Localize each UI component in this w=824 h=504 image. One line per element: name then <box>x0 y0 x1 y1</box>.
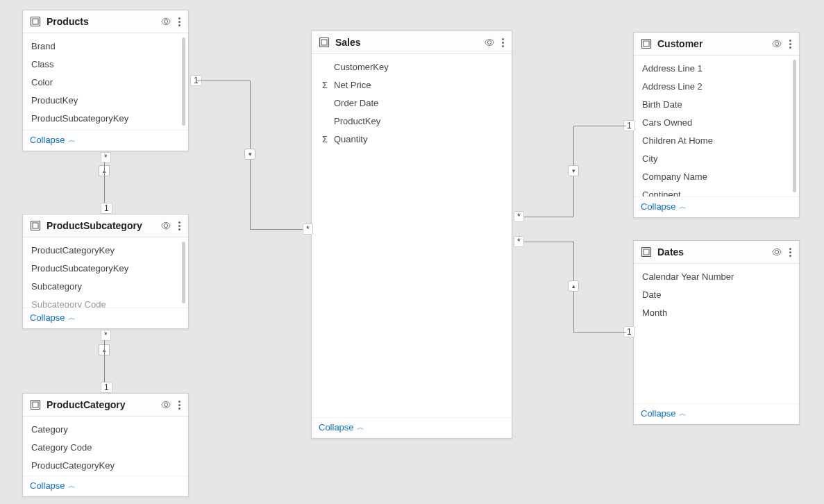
field-item[interactable]: Calendar Year Number <box>634 268 799 286</box>
table-header[interactable]: Customer <box>634 33 799 56</box>
field-item[interactable]: Subcategory <box>23 278 188 296</box>
relationship-line[interactable] <box>573 332 626 333</box>
field-item[interactable]: Subcategory Code <box>23 296 188 308</box>
collapse-toggle[interactable]: Collapse︿ <box>634 196 799 217</box>
table-title: ProductCategory <box>47 399 155 410</box>
field-item[interactable]: ProductCategoryKey <box>23 242 188 260</box>
field-item[interactable]: ΣQuantity <box>312 131 512 149</box>
cardinality-one: 1 <box>101 382 112 393</box>
collapse-toggle[interactable]: Collapse︿ <box>312 417 512 438</box>
more-options-icon[interactable] <box>788 40 792 49</box>
svg-rect-11 <box>644 249 649 255</box>
field-list[interactable]: Calendar Year Number Date Month <box>634 264 799 403</box>
cardinality-many: * <box>101 330 111 341</box>
chevron-up-icon: ︿ <box>357 422 364 432</box>
cardinality-many: * <box>514 236 524 247</box>
table-icon <box>30 220 41 231</box>
field-item[interactable]: ProductSubcategoryKey <box>23 110 188 128</box>
relationship-line[interactable] <box>521 217 573 217</box>
field-list[interactable]: Brand Class Color ProductKey ProductSubc… <box>23 33 188 130</box>
field-item[interactable]: Continent <box>634 186 799 196</box>
field-item[interactable]: Cars Owned <box>634 114 799 132</box>
sum-icon: Σ <box>320 78 330 92</box>
table-customer[interactable]: Customer Address Line 1 Address Line 2 B… <box>633 32 800 218</box>
table-title: ProductSubcategory <box>47 220 155 231</box>
svg-rect-6 <box>320 38 329 47</box>
table-header[interactable]: Products <box>23 10 188 33</box>
field-item[interactable]: Class <box>23 56 188 74</box>
more-options-icon[interactable] <box>177 17 181 26</box>
field-item[interactable]: Color <box>23 74 188 92</box>
visibility-icon[interactable] <box>160 16 171 27</box>
table-title: Products <box>47 16 155 27</box>
sum-icon: Σ <box>320 133 330 146</box>
more-options-icon[interactable] <box>501 38 505 47</box>
svg-rect-1 <box>33 19 38 24</box>
relationship-line[interactable] <box>104 162 105 205</box>
field-item[interactable]: Month <box>634 304 799 322</box>
table-header[interactable]: ProductSubcategory <box>23 215 188 237</box>
table-product-category[interactable]: ProductCategory Category Category Code P… <box>22 393 189 497</box>
table-dates[interactable]: Dates Calendar Year Number Date Month Co… <box>633 240 800 425</box>
visibility-icon[interactable] <box>771 38 782 49</box>
field-item[interactable]: ProductCategoryKey <box>23 457 188 475</box>
field-item[interactable]: ΣCustomerKey <box>312 58 512 76</box>
field-item[interactable]: Address Line 1 <box>634 60 799 78</box>
svg-rect-5 <box>33 402 38 408</box>
field-item[interactable]: Address Line 2 <box>634 78 799 96</box>
collapse-toggle[interactable]: Collapse︿ <box>23 130 188 151</box>
field-list[interactable]: ProductCategoryKey ProductSubcategoryKey… <box>23 237 188 308</box>
table-products[interactable]: Products Brand Class Color ProductKey Pr… <box>22 10 189 151</box>
field-item[interactable]: Date <box>634 286 799 304</box>
field-item[interactable]: ProductKey <box>23 92 188 110</box>
relationship-line[interactable] <box>521 242 573 242</box>
table-header[interactable]: Sales <box>312 31 512 54</box>
field-item[interactable]: ΣNet Price <box>312 76 512 94</box>
visibility-icon[interactable] <box>484 37 495 48</box>
visibility-icon[interactable] <box>771 246 782 258</box>
svg-rect-0 <box>31 17 40 26</box>
relationship-line[interactable] <box>104 340 105 383</box>
svg-rect-8 <box>642 40 651 49</box>
collapse-toggle[interactable]: Collapse︿ <box>23 308 188 328</box>
collapse-toggle[interactable]: Collapse︿ <box>23 476 188 496</box>
model-canvas[interactable]: Products Brand Class Color ProductKey Pr… <box>0 0 824 504</box>
field-item[interactable]: City <box>634 150 799 168</box>
field-item[interactable]: ProductSubcategoryKey <box>23 260 188 278</box>
svg-rect-4 <box>31 401 40 410</box>
collapse-toggle[interactable]: Collapse︿ <box>634 403 799 424</box>
table-icon <box>319 37 330 48</box>
table-icon <box>30 16 41 27</box>
field-item[interactable]: Company Name <box>634 168 799 186</box>
table-sales[interactable]: Sales ΣCustomerKey ΣNet Price ΣOrder Dat… <box>311 31 512 439</box>
svg-rect-9 <box>644 41 649 47</box>
filter-direction-icon: ▾ <box>568 165 579 176</box>
field-item[interactable]: Category Code <box>23 439 188 457</box>
table-icon <box>641 38 652 49</box>
table-product-subcategory[interactable]: ProductSubcategory ProductCategoryKey Pr… <box>22 214 189 329</box>
cardinality-one: 1 <box>101 203 112 214</box>
more-options-icon[interactable] <box>177 221 181 230</box>
relationship-line[interactable] <box>250 229 303 230</box>
field-item[interactable]: ΣOrder Date <box>312 94 512 112</box>
cardinality-many: * <box>514 211 524 222</box>
relationship-line[interactable] <box>573 126 626 126</box>
field-list[interactable]: ΣCustomerKey ΣNet Price ΣOrder Date ΣPro… <box>312 54 512 417</box>
table-title: Customer <box>657 38 766 49</box>
field-list[interactable]: Category Category Code ProductCategoryKe… <box>23 417 188 476</box>
field-item[interactable]: Birth Date <box>634 96 799 114</box>
field-item[interactable]: ΣProductKey <box>312 112 512 131</box>
table-header[interactable]: Dates <box>634 241 799 264</box>
field-list[interactable]: Address Line 1 Address Line 2 Birth Date… <box>634 56 799 196</box>
field-item[interactable]: Children At Home <box>634 132 799 150</box>
filter-direction-icon: ▾ <box>244 149 255 160</box>
field-item[interactable]: Brand <box>23 37 188 56</box>
table-header[interactable]: ProductCategory <box>23 394 188 417</box>
visibility-icon[interactable] <box>160 399 171 410</box>
visibility-icon[interactable] <box>160 220 171 231</box>
relationship-line[interactable] <box>197 81 250 81</box>
svg-rect-10 <box>642 248 651 257</box>
more-options-icon[interactable] <box>177 401 181 410</box>
field-item[interactable]: Category <box>23 421 188 439</box>
more-options-icon[interactable] <box>788 248 792 257</box>
